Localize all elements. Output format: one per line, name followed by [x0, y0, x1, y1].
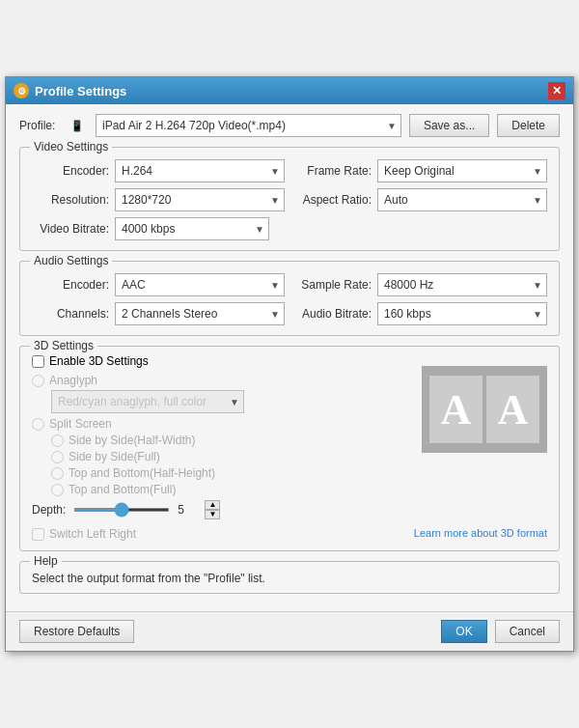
channels-label: Channels:	[32, 307, 109, 321]
audio-bitrate-select[interactable]: 160 kbps	[377, 302, 547, 325]
top-bottom-full-label: Top and Bottom(Full)	[69, 483, 176, 496]
depth-row: Depth: 5 ▲ ▼	[32, 500, 547, 519]
video-bitrate-select[interactable]: 4000 kbps	[115, 217, 269, 240]
depth-slider[interactable]	[73, 508, 170, 512]
channels-select[interactable]: 2 Channels Stereo	[115, 302, 285, 325]
profile-row: Profile: 📱 iPad Air 2 H.264 720p Video(*…	[19, 114, 560, 137]
video-bitrate-select-wrap: 4000 kbps ▼	[115, 217, 269, 240]
side-by-side-full-label: Side by Side(Full)	[69, 450, 160, 463]
learn-more-link[interactable]: Learn more about 3D format	[414, 527, 547, 539]
audio-encoder-row: Encoder: AAC ▼	[32, 273, 285, 296]
title-bar: ⚙ Profile Settings ✕	[6, 77, 573, 104]
footer: Restore Defaults OK Cancel	[6, 611, 573, 651]
split-option-4-row: Top and Bottom(Full)	[51, 483, 547, 496]
audio-bitrate-select-wrap: 160 kbps ▼	[377, 302, 547, 325]
help-text: Select the output format from the "Profi…	[32, 572, 547, 585]
side-by-side-full-radio[interactable]	[51, 451, 64, 463]
profile-label: Profile:	[19, 119, 63, 132]
depth-spinner: ▲ ▼	[205, 500, 220, 519]
resolution-select-wrap: 1280*720 ▼	[115, 188, 285, 211]
aspect-ratio-select-wrap: Auto ▼	[377, 188, 547, 211]
help-title: Help	[30, 554, 62, 568]
help-section: Help Select the output format from the "…	[19, 561, 560, 594]
switch-left-right-checkbox[interactable]	[32, 528, 44, 541]
audio-bitrate-label: Audio Bitrate:	[294, 307, 372, 321]
title-bar-left: ⚙ Profile Settings	[14, 83, 126, 98]
audio-settings-grid: Encoder: AAC ▼ Sample Rate: 48000 Hz	[32, 273, 547, 325]
footer-right-buttons: OK Cancel	[441, 620, 560, 643]
side-by-side-half-radio[interactable]	[51, 434, 64, 447]
top-bottom-half-radio[interactable]	[51, 467, 64, 480]
enable-3d-label: Enable 3D Settings	[49, 354, 149, 368]
depth-increment-button[interactable]: ▲	[205, 500, 220, 510]
save-as-button[interactable]: Save as...	[409, 114, 489, 137]
channels-select-wrap: 2 Channels Stereo ▼	[115, 302, 285, 325]
split-option-3-row: Top and Bottom(Half-Height)	[51, 466, 547, 480]
profile-select[interactable]: iPad Air 2 H.264 720p Video(*.mp4)	[96, 114, 401, 137]
audio-bitrate-row: Audio Bitrate: 160 kbps ▼	[294, 302, 547, 325]
audio-settings-section: Audio Settings Encoder: AAC ▼ Sample Rat…	[19, 261, 560, 336]
video-bitrate-row: Video Bitrate: 4000 kbps ▼	[32, 217, 547, 240]
sample-rate-select-wrap: 48000 Hz ▼	[377, 273, 547, 296]
main-window: ⚙ Profile Settings ✕ Profile: 📱 iPad Air…	[5, 76, 574, 652]
preview-letter-right: A	[486, 376, 539, 443]
ok-button[interactable]: OK	[441, 620, 486, 643]
frame-rate-label: Frame Rate:	[294, 164, 372, 178]
cancel-button[interactable]: Cancel	[495, 620, 560, 643]
3d-settings-section: 3D Settings A A Enable 3D Settings Anagl…	[19, 346, 560, 551]
top-bottom-half-label: Top and Bottom(Half-Height)	[69, 466, 215, 480]
profile-select-wrap: iPad Air 2 H.264 720p Video(*.mp4) ▼	[96, 114, 401, 137]
3d-preview-box: A A	[422, 366, 547, 453]
side-by-side-half-label: Side by Side(Half-Width)	[69, 434, 195, 447]
depth-label: Depth:	[32, 503, 66, 517]
aspect-ratio-label: Aspect Ratio:	[294, 193, 372, 207]
resolution-select[interactable]: 1280*720	[115, 188, 285, 211]
audio-encoder-label: Encoder:	[32, 278, 109, 292]
frame-rate-row: Frame Rate: Keep Original ▼	[294, 159, 547, 182]
top-bottom-full-radio[interactable]	[51, 484, 64, 496]
sample-rate-select[interactable]: 48000 Hz	[377, 273, 547, 296]
content-area: Profile: 📱 iPad Air 2 H.264 720p Video(*…	[6, 104, 573, 611]
encoder-select[interactable]: H.264	[115, 159, 285, 182]
switch-left-right-label: Switch Left Right	[49, 527, 136, 541]
encoder-row: Encoder: H.264 ▼	[32, 159, 285, 182]
close-button[interactable]: ✕	[548, 82, 565, 99]
anaglyph-radio[interactable]	[32, 375, 44, 387]
encoder-label: Encoder:	[32, 164, 109, 178]
audio-settings-title: Audio Settings	[30, 254, 112, 267]
channels-row: Channels: 2 Channels Stereo ▼	[32, 302, 285, 325]
switch-left-right-row: Switch Left Right	[32, 527, 136, 541]
anaglyph-label: Anaglyph	[49, 374, 97, 387]
preview-letter-left: A	[429, 376, 482, 443]
audio-encoder-select[interactable]: AAC	[115, 273, 285, 296]
depth-value: 5	[178, 503, 197, 517]
delete-button[interactable]: Delete	[497, 114, 560, 137]
anaglyph-select[interactable]: Red/cyan anaglyph, full color	[51, 390, 244, 413]
app-icon: ⚙	[14, 83, 29, 98]
aspect-ratio-select[interactable]: Auto	[377, 188, 547, 211]
audio-encoder-select-wrap: AAC ▼	[115, 273, 285, 296]
encoder-select-wrap: H.264 ▼	[115, 159, 285, 182]
window-title: Profile Settings	[35, 84, 126, 98]
split-screen-label: Split Screen	[49, 417, 112, 431]
depth-decrement-button[interactable]: ▼	[205, 510, 220, 519]
frame-rate-select-wrap: Keep Original ▼	[377, 159, 547, 182]
video-settings-title: Video Settings	[30, 140, 112, 154]
enable-3d-checkbox[interactable]	[32, 355, 44, 368]
sample-rate-label: Sample Rate:	[294, 278, 372, 292]
video-settings-grid: Encoder: H.264 ▼ Frame Rate: Keep Origin…	[32, 159, 547, 211]
anaglyph-select-wrap: Red/cyan anaglyph, full color ▼	[51, 390, 244, 413]
split-screen-radio[interactable]	[32, 418, 44, 431]
video-bitrate-label: Video Bitrate:	[32, 222, 109, 236]
aspect-ratio-row: Aspect Ratio: Auto ▼	[294, 188, 547, 211]
video-settings-section: Video Settings Encoder: H.264 ▼ Frame Ra…	[19, 147, 560, 251]
frame-rate-select[interactable]: Keep Original	[377, 159, 547, 182]
3d-settings-title: 3D Settings	[30, 339, 97, 352]
resolution-row: Resolution: 1280*720 ▼	[32, 188, 285, 211]
sample-rate-row: Sample Rate: 48000 Hz ▼	[294, 273, 547, 296]
switch-learn-row: Switch Left Right Learn more about 3D fo…	[32, 523, 547, 541]
resolution-label: Resolution:	[32, 193, 109, 207]
preview-aa-display: A A	[429, 376, 539, 443]
restore-defaults-button[interactable]: Restore Defaults	[19, 620, 134, 643]
